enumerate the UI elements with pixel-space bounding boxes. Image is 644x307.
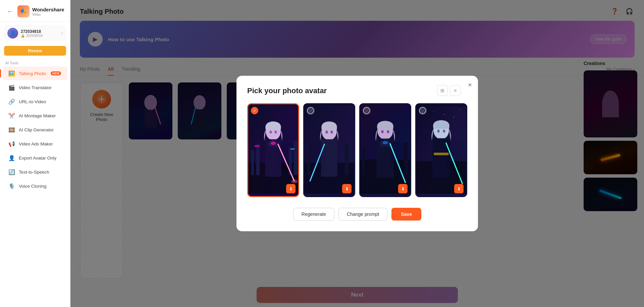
sidebar-item-label-ai-clip-generator: AI Clip Generator [19, 127, 54, 132]
select-check-3 [363, 107, 370, 114]
sidebar-item-video-translator[interactable]: 🎬 Video Translator [3, 81, 67, 94]
svg-point-59 [460, 109, 460, 110]
export-avatar-icon: 👤 [8, 154, 15, 162]
list-view-button[interactable]: ≡ [450, 85, 461, 96]
back-button[interactable]: ← [5, 7, 15, 16]
sidebar-item-ai-montage-maker[interactable]: ✂️ AI Montage Maker [3, 109, 67, 122]
sidebar-item-export-avatar-only[interactable]: 👤 Export Avatar Only [3, 151, 67, 165]
sidebar-item-talking-photo[interactable]: 🖼️ Talking Photo NEW [3, 67, 67, 80]
svg-point-39 [330, 130, 333, 133]
sidebar-item-ai-clip-generator[interactable]: 🎞️ AI Clip Generator [3, 123, 67, 136]
select-check-1 [251, 107, 258, 114]
video-translator-icon: 🎬 [8, 84, 15, 91]
user-info: 272034818 🔒 2025/09/18 [21, 29, 59, 38]
logo-text-block: Wondershare Virbo [32, 7, 64, 16]
select-check-4 [419, 107, 426, 114]
svg-point-64 [443, 130, 445, 133]
logo-icon: 🎭 [17, 5, 30, 17]
modal-image-grid: ⬇ [247, 103, 467, 197]
product-name: Virbo [32, 12, 64, 16]
svg-rect-18 [256, 144, 260, 175]
sidebar-item-label-video-ads-maker: Video Ads Maker [19, 141, 53, 146]
main-content: Talking Photo ❓ 🎧 ▶ How to use Talking P… [70, 0, 644, 307]
pick-avatar-modal: Pick your photo avatar × ⊞ ≡ [236, 76, 478, 231]
download-icon-2[interactable]: ⬇ [342, 184, 352, 193]
sidebar-item-label-url-to-video: URL-to-Video [19, 99, 46, 104]
sidebar-header: ← 🎭 Wondershare Virbo [0, 0, 70, 22]
user-card[interactable]: 👤 272034818 🔒 2025/09/18 › [4, 25, 66, 41]
svg-point-57 [433, 111, 434, 112]
grid-view-button[interactable]: ⊞ [437, 85, 448, 96]
modal-view-toggle: ⊞ ≡ [437, 85, 461, 96]
user-avatar: 👤 [7, 28, 18, 39]
svg-point-38 [325, 130, 328, 133]
svg-point-51 [387, 130, 389, 133]
svg-rect-20 [293, 141, 298, 175]
download-icon-3[interactable]: ⬇ [398, 184, 408, 193]
voice-cloning-icon: 🎙️ [8, 182, 15, 190]
talking-photo-icon: 🖼️ [8, 70, 15, 77]
ai-tools-section-label: AI Tools [0, 58, 70, 66]
sidebar-item-url-to-video[interactable]: 🔗 URL-to-Video [3, 95, 67, 108]
svg-point-28 [274, 130, 277, 133]
svg-rect-21 [255, 145, 260, 147]
sidebar: ← 🎭 Wondershare Virbo 👤 272034818 🔒 2025… [0, 0, 70, 307]
modal-close-button[interactable]: × [468, 81, 472, 89]
svg-rect-44 [362, 147, 365, 175]
svg-rect-35 [345, 144, 348, 175]
ai-clip-icon: 🎞️ [8, 126, 15, 133]
svg-point-50 [381, 130, 383, 133]
svg-point-31 [291, 180, 298, 183]
svg-point-26 [271, 142, 276, 145]
svg-point-60 [453, 117, 454, 118]
change-prompt-button[interactable]: Change prompt [338, 208, 388, 221]
regenerate-button[interactable]: Regenerate [293, 208, 334, 221]
svg-point-49 [382, 141, 388, 144]
svg-rect-34 [307, 150, 310, 175]
sidebar-item-voice-cloning[interactable]: 🎙️ Voice Cloning [3, 179, 67, 193]
sidebar-item-video-ads-maker[interactable]: 📢 Video Ads Maker [3, 137, 67, 150]
modal-image-1[interactable]: ⬇ [247, 103, 299, 197]
renew-button[interactable]: Renew [4, 46, 66, 56]
modal-title: Pick your photo avatar [247, 86, 467, 95]
user-date: 🔒 2025/09/18 [21, 34, 59, 38]
video-ads-icon: 📢 [8, 140, 15, 147]
ai-montage-icon: ✂️ [8, 112, 15, 119]
url-to-video-icon: 🔗 [8, 98, 15, 105]
svg-point-58 [444, 114, 445, 115]
svg-rect-17 [251, 150, 254, 175]
user-expand-arrow[interactable]: › [61, 31, 63, 36]
sidebar-item-label-video-translator: Video Translator [19, 85, 52, 90]
svg-rect-62 [432, 138, 450, 178]
select-check-2 [307, 107, 314, 114]
modal-image-2[interactable]: ⬇ [303, 103, 355, 197]
sidebar-item-label-text-to-speech: Text-to-Speech [19, 170, 49, 175]
modal-image-4[interactable]: ⬇ [415, 103, 467, 197]
modal-image-3[interactable]: ⬇ [359, 103, 411, 197]
tts-icon: 🔄 [8, 168, 15, 176]
svg-point-27 [269, 130, 272, 133]
download-icon-1[interactable]: ⬇ [286, 184, 296, 193]
user-id: 272034818 [21, 29, 59, 34]
svg-rect-22 [291, 148, 294, 149]
save-button[interactable]: Save [391, 208, 421, 221]
svg-rect-45 [404, 142, 408, 175]
svg-point-63 [437, 130, 439, 133]
modal-actions: Regenerate Change prompt Save [247, 208, 467, 221]
modal-overlay: Pick your photo avatar × ⊞ ≡ [70, 0, 644, 307]
download-icon-4[interactable]: ⬇ [454, 184, 464, 193]
new-badge: NEW [51, 71, 61, 75]
sidebar-item-label-talking-photo: Talking Photo [19, 71, 46, 76]
sidebar-item-label-ai-montage-maker: AI Montage Maker [19, 113, 56, 118]
sidebar-item-label-voice-cloning: Voice Cloning [19, 184, 47, 189]
sidebar-item-label-export-avatar-only: Export Avatar Only [19, 156, 56, 161]
sidebar-item-text-to-speech[interactable]: 🔄 Text-to-Speech [3, 165, 67, 179]
brand-name: Wondershare [32, 7, 64, 12]
svg-rect-67 [434, 152, 449, 155]
